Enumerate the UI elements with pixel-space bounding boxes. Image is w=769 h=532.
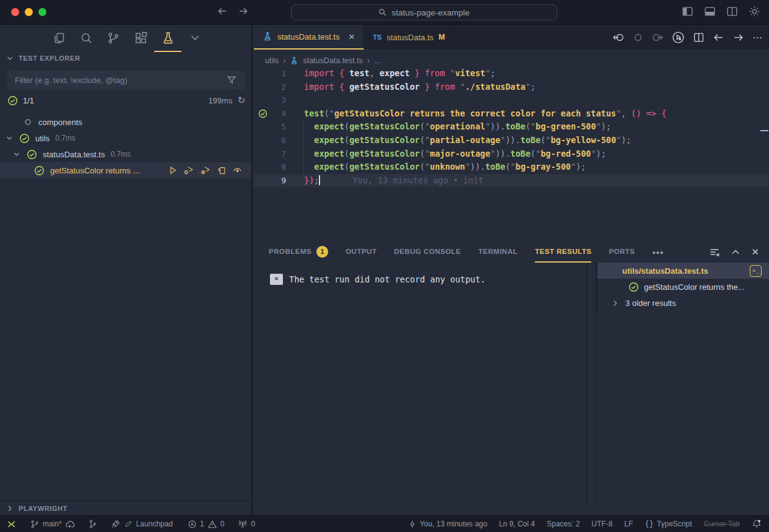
search-view-icon[interactable] xyxy=(72,25,100,52)
breadcrumb-file[interactable]: statusData.test.ts xyxy=(303,56,363,65)
playwright-section-header[interactable]: PLAYWRIGHT xyxy=(0,500,251,515)
extensions-icon[interactable] xyxy=(127,25,154,52)
testing-view-icon[interactable] xyxy=(154,25,181,52)
test-next-icon[interactable] xyxy=(651,32,664,43)
tab-statusdata-test-ts[interactable]: statusData.test.ts ✕ xyxy=(254,25,364,50)
indentation-status[interactable]: Spaces: 2 xyxy=(547,520,580,528)
toggle-right-panel-icon[interactable] xyxy=(726,6,738,17)
code-line[interactable]: 9});You, 13 minutes ago • init xyxy=(254,174,769,188)
code-line[interactable]: 5 expect(getStatusColor("operational")).… xyxy=(254,120,769,134)
code-line[interactable]: 1import { test, expect } from "vitest"; xyxy=(254,67,769,81)
history-back-icon[interactable] xyxy=(217,6,228,17)
filter-icon[interactable] xyxy=(227,75,237,85)
back-icon[interactable] xyxy=(713,32,724,43)
open-test-file-icon[interactable] xyxy=(217,165,227,175)
launchpad-label: Launchpad xyxy=(136,520,173,528)
zoom-window-button[interactable] xyxy=(38,8,46,16)
older-results-row[interactable]: 3 older results xyxy=(597,295,769,311)
tab-test-results[interactable]: TEST RESULTS xyxy=(535,242,591,263)
test-pass-gutter-icon[interactable] xyxy=(254,107,267,121)
tab-debug-console[interactable]: DEBUG CONSOLE xyxy=(394,242,461,263)
blame-status[interactable]: You, 13 minutes ago xyxy=(408,520,487,529)
activity-bar xyxy=(45,25,209,52)
result-test-row[interactable]: getStatusColor returns the... xyxy=(597,279,769,295)
launchpad-status[interactable]: Launchpad xyxy=(111,519,173,529)
tab-label: statusData.ts xyxy=(386,33,433,42)
breadcrumb[interactable]: utils › statusData.test.ts › ... xyxy=(265,53,381,68)
warning-icon xyxy=(207,520,217,529)
test-filter-input[interactable] xyxy=(7,71,245,90)
test-state-icon[interactable] xyxy=(633,32,643,43)
section-collapse-icon[interactable] xyxy=(6,55,14,62)
run-or-debug-icon[interactable] xyxy=(672,31,685,44)
toggle-left-panel-icon[interactable] xyxy=(682,6,693,17)
text-cursor xyxy=(319,175,320,185)
language-status[interactable]: {̦} TypeScript xyxy=(645,520,692,528)
more-panel-tabs-icon[interactable]: ••• xyxy=(653,247,664,258)
tests-duration: 199ms xyxy=(208,96,232,105)
more-views-chevron-icon[interactable] xyxy=(181,25,209,52)
refresh-tests-icon[interactable]: ↻ xyxy=(237,95,245,106)
modified-badge: M xyxy=(438,33,445,41)
line-number: 7 xyxy=(267,147,286,161)
remote-indicator-icon[interactable] xyxy=(6,519,17,530)
tab-terminal[interactable]: TERMINAL xyxy=(479,242,518,263)
source-control-graph-icon[interactable] xyxy=(88,519,97,529)
result-file-label: utils/statusData.test.ts xyxy=(622,266,708,276)
eol-status[interactable]: LF xyxy=(624,520,633,528)
search-icon xyxy=(378,8,387,17)
tree-item-utils[interactable]: utils 0.7ms xyxy=(0,130,251,146)
tree-item-duration: 0.7ms xyxy=(110,150,131,159)
more-actions-icon[interactable]: ⋯ xyxy=(752,32,763,43)
breadcrumb-more[interactable]: ... xyxy=(374,56,380,65)
git-branch-status[interactable]: main* xyxy=(30,520,76,529)
encoding-status[interactable]: UTF-8 xyxy=(591,520,612,528)
split-editor-icon[interactable] xyxy=(693,32,705,43)
code-line[interactable]: 2import { getStatusColor } from "./statu… xyxy=(254,81,769,94)
tab-ports[interactable]: PORTS xyxy=(609,242,635,263)
tab-output[interactable]: OUTPUT xyxy=(345,242,376,263)
code-line[interactable]: 3 xyxy=(254,94,769,107)
clear-output-icon[interactable] xyxy=(709,246,720,258)
code-lines: 1import { test, expect } from "vitest";2… xyxy=(254,67,769,187)
close-panel-icon[interactable]: ✕ xyxy=(751,246,759,258)
toggle-bottom-panel-icon[interactable] xyxy=(704,6,716,17)
tree-item-statusdata-test[interactable]: statusData.test.ts 0.7ms xyxy=(0,146,251,162)
code-line[interactable]: 4test("getStatusColor returns the correc… xyxy=(254,107,769,121)
test-explorer-title: TEST EXPLORER xyxy=(19,55,80,62)
panel-scrollbar[interactable] xyxy=(586,263,596,504)
code-line[interactable]: 8 expect(getStatusColor("unknown")).toBe… xyxy=(254,160,769,174)
line-number: 6 xyxy=(267,134,286,147)
forward-icon[interactable] xyxy=(732,32,744,43)
run-test-icon[interactable] xyxy=(168,165,178,175)
result-file-row[interactable]: utils/statusData.test.ts >_ xyxy=(597,263,769,279)
code-line[interactable]: 7 expect(getStatusColor("major-outage"))… xyxy=(254,147,769,161)
notifications-bell-icon[interactable] xyxy=(752,519,762,529)
close-tab-icon[interactable]: ✕ xyxy=(348,32,355,41)
panel-tab-bar: PROBLEMS 1 OUTPUT DEBUG CONSOLE TERMINAL… xyxy=(254,242,769,263)
explorer-icon[interactable] xyxy=(45,25,72,52)
problems-status[interactable]: 1 0 xyxy=(188,520,224,529)
maximize-panel-icon[interactable] xyxy=(731,247,741,257)
tests-passed-ratio: 1/1 xyxy=(23,96,34,105)
cursor-position-status[interactable]: Ln 9, Col 4 xyxy=(499,520,535,528)
close-window-button[interactable] xyxy=(11,8,19,16)
reveal-test-icon[interactable] xyxy=(232,165,243,175)
ports-status[interactable]: 0 xyxy=(238,520,255,529)
code-line[interactable]: 6 expect(getStatusColor("partial-outage"… xyxy=(254,134,769,147)
tab-problems[interactable]: PROBLEMS 1 xyxy=(269,242,328,263)
command-center-search[interactable]: status-page-example xyxy=(291,4,557,20)
tab-statusdata-ts[interactable]: TS statusData.ts M xyxy=(364,25,454,50)
test-prev-icon[interactable] xyxy=(612,32,625,43)
run-with-coverage-icon[interactable] xyxy=(200,165,211,175)
source-control-icon[interactable] xyxy=(100,25,127,52)
breadcrumb-folder[interactable]: utils xyxy=(265,56,279,65)
settings-gear-icon[interactable] xyxy=(749,6,760,17)
history-forward-icon[interactable] xyxy=(238,6,249,17)
tree-item-components[interactable]: components xyxy=(0,114,251,130)
show-terminal-output-icon[interactable]: >_ xyxy=(750,265,762,277)
cursor-tab-status[interactable]: Cursor Tab xyxy=(704,520,740,528)
tree-item-test-case[interactable]: getStatusColor returns ... xyxy=(0,162,251,178)
debug-test-icon[interactable] xyxy=(183,165,194,175)
minimize-window-button[interactable] xyxy=(25,8,33,16)
